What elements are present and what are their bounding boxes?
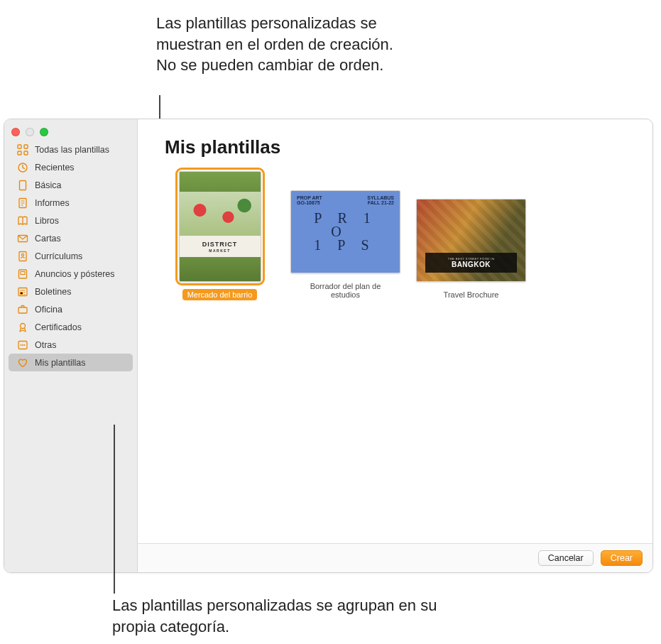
sidebar-item-informes[interactable]: Informes xyxy=(9,194,133,212)
briefcase-icon xyxy=(17,304,28,315)
template-chooser-window: Todas las plantillasRecientesBásicaInfor… xyxy=(4,119,653,573)
svg-rect-5 xyxy=(20,180,26,190)
template-thumbnail[interactable]: PROP ARTGO-10875SYLLABUSFALL 21-22P R 1 … xyxy=(290,190,400,273)
svg-rect-3 xyxy=(24,151,28,155)
ribbon-icon xyxy=(17,322,28,333)
template-card[interactable]: PROP ARTGO-10875SYLLABUSFALL 21-22P R 1 … xyxy=(290,190,400,300)
sidebar-item-boletines[interactable]: Boletines xyxy=(9,283,133,300)
clock-icon xyxy=(17,162,28,173)
sidebar-item-label: Certificados xyxy=(35,322,82,332)
template-thumbnail[interactable]: THE BEST STREET FOOD INBANGKOK xyxy=(416,199,526,282)
svg-rect-1 xyxy=(24,145,28,148)
thumb-text: BANGKOK xyxy=(452,261,491,268)
sidebar-item-cartas[interactable]: Cartas xyxy=(9,229,133,247)
sidebar: Todas las plantillasRecientesBásicaInfor… xyxy=(4,119,138,572)
person-doc-icon xyxy=(17,251,28,262)
sidebar-item-label: Otras xyxy=(35,340,57,350)
content-area: Mis plantillas DISTRICTMARKETMercado del… xyxy=(138,119,652,572)
sidebar-item-certificados[interactable]: Certificados xyxy=(9,318,133,336)
svg-rect-0 xyxy=(18,145,21,148)
minimize-window-button[interactable] xyxy=(26,128,34,136)
close-window-button[interactable] xyxy=(11,128,20,136)
sidebar-item-mis-plantillas[interactable]: Mis plantillas xyxy=(9,354,133,371)
sidebar-item-otras[interactable]: Otras xyxy=(9,336,133,354)
templates-row: DISTRICTMARKETMercado del barrioPROP ART… xyxy=(165,171,631,300)
sidebar-item-label: Oficina xyxy=(35,305,62,315)
sidebar-item-libros[interactable]: Libros xyxy=(9,212,133,229)
callout-line xyxy=(114,425,115,594)
template-label[interactable]: Travel Brochure xyxy=(439,289,504,300)
sidebar-item-label: Currículums xyxy=(35,251,82,261)
doc-icon xyxy=(17,180,28,191)
heart-icon xyxy=(17,357,28,369)
sidebar-item-label: Cartas xyxy=(35,234,61,244)
sidebar-item-anuncios-y-p-steres[interactable]: Anuncios y pósteres xyxy=(9,265,133,283)
thumb-text: MARKET xyxy=(209,249,230,253)
sidebar-item-label: Recientes xyxy=(35,163,75,173)
sidebar-item-label: Anuncios y pósteres xyxy=(35,269,115,279)
svg-point-14 xyxy=(21,323,26,328)
sidebar-item-label: Libros xyxy=(35,216,59,226)
svg-point-16 xyxy=(21,344,22,346)
template-card[interactable]: DISTRICTMARKETMercado del barrio xyxy=(165,171,275,300)
svg-rect-2 xyxy=(18,151,21,155)
sidebar-item-label: Todas las plantillas xyxy=(35,145,109,155)
thumb-text: DISTRICT xyxy=(202,241,238,248)
sidebar-item-label: Básica xyxy=(35,180,62,190)
sidebar-item-label: Boletines xyxy=(35,287,71,297)
page-title: Mis plantillas xyxy=(165,136,631,158)
dialog-footer: Cancelar Crear xyxy=(138,543,652,572)
window-controls xyxy=(4,122,137,141)
thumb-text: P R 1 O1 P S xyxy=(314,212,377,252)
annotation-bottom: Las plantillas personalizadas se agrupan… xyxy=(112,595,481,637)
book-icon xyxy=(17,215,28,227)
sidebar-item-label: Mis plantillas xyxy=(35,358,86,368)
template-card[interactable]: THE BEST STREET FOOD INBANGKOKTravel Bro… xyxy=(416,199,526,300)
ellipsis-icon xyxy=(17,339,28,351)
annotation-top: Las plantillas personalizadas se muestra… xyxy=(156,13,398,76)
news-icon xyxy=(17,286,28,298)
sidebar-item-label: Informes xyxy=(35,198,70,208)
poster-icon xyxy=(17,268,28,280)
zoom-window-button[interactable] xyxy=(40,128,48,136)
sidebar-item-oficina[interactable]: Oficina xyxy=(9,300,133,318)
envelope-icon xyxy=(17,233,28,244)
template-thumbnail[interactable]: DISTRICTMARKET xyxy=(179,171,261,282)
sidebar-item-b-sica[interactable]: Básica xyxy=(9,176,133,194)
text-doc-icon xyxy=(17,197,28,209)
cancel-button[interactable]: Cancelar xyxy=(538,550,594,566)
svg-rect-13 xyxy=(18,307,27,313)
svg-rect-11 xyxy=(21,271,25,274)
template-label[interactable]: Mercado del barrio xyxy=(182,289,258,300)
svg-point-17 xyxy=(22,344,23,346)
svg-point-18 xyxy=(24,344,26,346)
sidebar-item-todas-las-plantillas[interactable]: Todas las plantillas xyxy=(9,141,133,158)
template-label[interactable]: Borrador del plan de estudios xyxy=(290,280,400,300)
grid-icon xyxy=(17,144,28,155)
sidebar-item-recientes[interactable]: Recientes xyxy=(9,158,133,176)
create-button[interactable]: Crear xyxy=(601,550,643,566)
svg-point-9 xyxy=(21,253,23,256)
sidebar-item-curr-culums[interactable]: Currículums xyxy=(9,247,133,265)
